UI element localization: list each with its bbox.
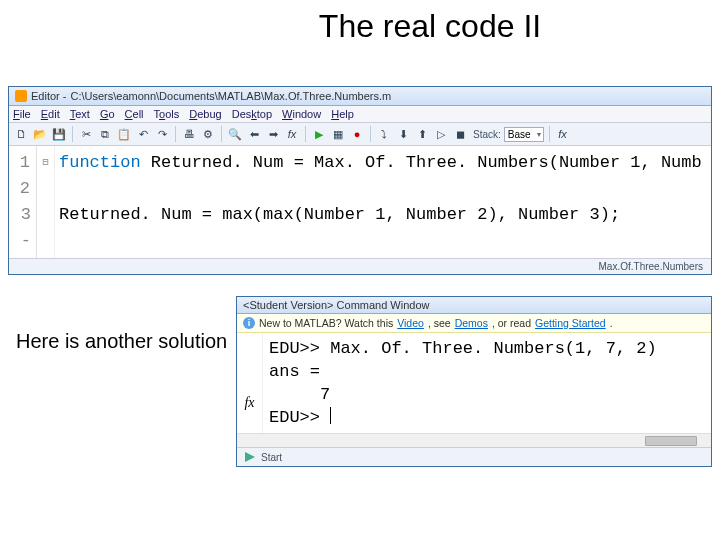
step-out-icon[interactable]: ⬆ — [414, 126, 430, 142]
stop-icon[interactable]: ◼ — [452, 126, 468, 142]
start-label[interactable]: Start — [261, 452, 282, 463]
welcome-banner: i New to MATLAB? Watch this Video , see … — [237, 314, 711, 333]
cmd-prompt: EDU>> — [269, 408, 330, 427]
command-gutter: fx — [237, 333, 263, 433]
fold-toggle-icon[interactable]: ⊟ — [37, 150, 54, 176]
editor-title-prefix: Editor - — [31, 90, 66, 102]
caption-text: Here is another solution — [16, 330, 227, 353]
run-icon[interactable]: ▶ — [311, 126, 327, 142]
command-window: <Student Version> Command Window i New t… — [236, 296, 712, 467]
breakpoint-icon[interactable]: ● — [349, 126, 365, 142]
menu-file[interactable]: FFileile — [13, 108, 31, 120]
redo-icon[interactable]: ↷ — [154, 126, 170, 142]
tool-icon[interactable]: ⚙ — [200, 126, 216, 142]
menu-text[interactable]: Text — [70, 108, 90, 120]
demos-link[interactable]: Demos — [455, 317, 488, 329]
fold-gutter[interactable]: ⊟ — [37, 146, 55, 258]
cell-icon[interactable]: ▦ — [330, 126, 346, 142]
separator — [305, 126, 306, 142]
code-text[interactable]: function Returned. Num = Max. Of. Three.… — [55, 146, 711, 258]
editor-file-path: C:\Users\eamonn\Documents\MATLAB\Max.Of.… — [70, 90, 391, 102]
separator — [549, 126, 550, 142]
stack-select[interactable]: Base — [504, 127, 544, 142]
cut-icon[interactable]: ✂ — [78, 126, 94, 142]
menu-window[interactable]: Window — [282, 108, 321, 120]
line-gutter: 1 2 3 - — [9, 146, 37, 258]
banner-text: , see — [428, 317, 451, 329]
cmd-line: ans = — [269, 362, 320, 381]
banner-text: , or read — [492, 317, 531, 329]
command-titlebar: <Student Version> Command Window — [237, 297, 711, 314]
editor-window: Editor - C:\Users\eamonn\Documents\MATLA… — [8, 86, 712, 275]
slide-title: The real code II — [0, 0, 720, 49]
cmd-line: EDU>> Max. Of. Three. Numbers(1, 7, 2) — [269, 339, 657, 358]
keyword: function — [59, 153, 151, 172]
new-icon[interactable]: 🗋 — [13, 126, 29, 142]
command-statusbar[interactable]: Start — [237, 447, 711, 466]
menu-tools[interactable]: Tools — [154, 108, 180, 120]
back-icon[interactable]: ⬅ — [246, 126, 262, 142]
banner-text: . — [610, 317, 613, 329]
code-line: Returned. Num = max(max(Number 1, Number… — [59, 205, 620, 224]
step-icon[interactable]: ⤵ — [376, 126, 392, 142]
editor-menubar[interactable]: FFileile Edit Text Go Cell Tools Debug D… — [9, 106, 711, 123]
fx-icon[interactable]: fx — [284, 126, 300, 142]
separator — [221, 126, 222, 142]
menu-go[interactable]: Go — [100, 108, 115, 120]
copy-icon[interactable]: ⧉ — [97, 126, 113, 142]
menu-desktop[interactable]: Desktop — [232, 108, 272, 120]
line-num: 1 — [9, 150, 30, 176]
separator — [370, 126, 371, 142]
line-num: 3 - — [9, 202, 30, 254]
print-icon[interactable]: 🖶 — [181, 126, 197, 142]
continue-icon[interactable]: ▷ — [433, 126, 449, 142]
cursor — [330, 407, 331, 424]
menu-edit[interactable]: Edit — [41, 108, 60, 120]
svg-marker-0 — [245, 452, 255, 462]
editor-toolbar: 🗋 📂 💾 ✂ ⧉ 📋 ↶ ↷ 🖶 ⚙ 🔍 ⬅ ➡ fx ▶ ▦ ● ⤵ ⬇ ⬆… — [9, 123, 711, 146]
menu-debug[interactable]: Debug — [189, 108, 221, 120]
separator — [175, 126, 176, 142]
command-body[interactable]: fx EDU>> Max. Of. Three. Numbers(1, 7, 2… — [237, 333, 711, 433]
menu-cell[interactable]: Cell — [125, 108, 144, 120]
toolbar-fx-icon[interactable]: fx — [555, 126, 571, 142]
code-area[interactable]: 1 2 3 - ⊟ function Returned. Num = Max. … — [9, 146, 711, 258]
horizontal-scrollbar[interactable] — [237, 433, 711, 447]
paste-icon[interactable]: 📋 — [116, 126, 132, 142]
save-icon[interactable]: 💾 — [51, 126, 67, 142]
line-num: 2 — [9, 176, 30, 202]
video-link[interactable]: Video — [397, 317, 424, 329]
stack-label: Stack: — [473, 129, 501, 140]
start-icon[interactable] — [243, 450, 257, 464]
find-icon[interactable]: 🔍 — [227, 126, 243, 142]
code-line: Returned. Num = Max. Of. Three. Numbers(… — [151, 153, 702, 172]
separator — [72, 126, 73, 142]
open-icon[interactable]: 📂 — [32, 126, 48, 142]
banner-text: New to MATLAB? Watch this — [259, 317, 393, 329]
cmd-line: 7 — [269, 385, 330, 404]
fx-icon[interactable]: fx — [244, 333, 254, 413]
menu-help[interactable]: Help — [331, 108, 354, 120]
matlab-icon — [15, 90, 27, 102]
info-icon: i — [243, 317, 255, 329]
step-in-icon[interactable]: ⬇ — [395, 126, 411, 142]
getting-started-link[interactable]: Getting Started — [535, 317, 606, 329]
undo-icon[interactable]: ↶ — [135, 126, 151, 142]
editor-titlebar: Editor - C:\Users\eamonn\Documents\MATLA… — [9, 87, 711, 106]
editor-statusbar: Max.Of.Three.Numbers — [9, 258, 711, 274]
fwd-icon[interactable]: ➡ — [265, 126, 281, 142]
command-output[interactable]: EDU>> Max. Of. Three. Numbers(1, 7, 2) a… — [263, 333, 711, 433]
